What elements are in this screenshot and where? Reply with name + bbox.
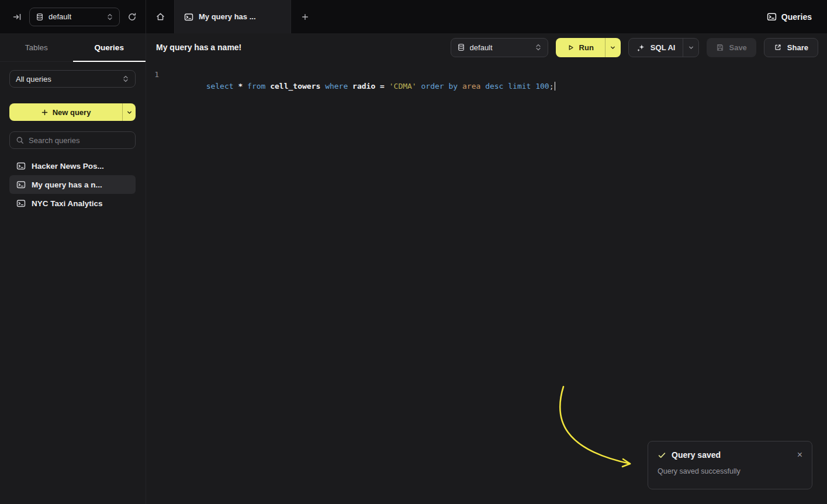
refresh-button[interactable] [126, 11, 139, 23]
chevron-down-icon [688, 44, 694, 51]
toast-title: Query saved [672, 450, 721, 460]
app-root: default [0, 0, 827, 504]
sql-ai-split-button: SQL AI [628, 38, 700, 57]
collapse-sidebar-button[interactable] [11, 11, 23, 23]
topbar: default [0, 0, 827, 33]
search-queries-box [9, 131, 136, 149]
query-tab-label: My query has ... [199, 12, 256, 21]
tab-queries[interactable]: Queries [73, 33, 146, 61]
database-icon [457, 43, 465, 51]
share-button[interactable]: Share [764, 38, 818, 57]
sql-ai-button[interactable]: SQL AI [629, 39, 683, 57]
query-item-label: Hacker News Pos... [32, 162, 104, 171]
toast-close-button[interactable]: × [797, 450, 802, 460]
main-database-selector[interactable]: default [451, 38, 548, 57]
run-button[interactable]: Run [556, 38, 605, 57]
share-button-label: Share [787, 43, 808, 52]
chevron-down-icon [610, 44, 616, 51]
queries-filter-value: All queries [16, 75, 117, 84]
tab-strip: My query has ... [146, 0, 319, 33]
tab-tables-label: Tables [25, 43, 48, 52]
query-list: Hacker News Pos... My query has a n... [0, 157, 146, 213]
save-button-label: Save [729, 43, 746, 52]
new-tab-button[interactable] [291, 0, 319, 33]
query-controls: default Run [451, 38, 818, 57]
plus-icon [41, 109, 49, 116]
tab-tables[interactable]: Tables [0, 33, 73, 61]
query-icon [16, 199, 26, 208]
sparkles-icon [636, 43, 645, 52]
query-icon [767, 12, 777, 22]
toast-header: Query saved × [658, 450, 802, 460]
query-icon [184, 12, 193, 22]
query-icon [16, 161, 26, 171]
code-tokens: select * from cell_towers where radio = … [206, 82, 554, 91]
run-button-label: Run [579, 43, 594, 52]
search-queries-input[interactable] [29, 136, 129, 145]
refresh-icon [127, 12, 137, 22]
code-line[interactable]: select * from cell_towers where radio = … [169, 69, 555, 104]
home-icon [155, 12, 165, 22]
collapse-sidebar-icon [12, 12, 22, 22]
topbar-database-value: default [49, 12, 102, 21]
main-database-value: default [470, 43, 530, 52]
chevron-updown-icon [122, 75, 129, 83]
queries-nav-button[interactable]: Queries [767, 12, 812, 22]
topbar-left: default [0, 0, 146, 33]
save-icon [716, 43, 724, 51]
list-item-selected[interactable]: My query has a n... [9, 175, 136, 194]
search-icon [16, 136, 24, 144]
play-icon [567, 44, 575, 51]
toast-message: Query saved successfully [658, 467, 802, 475]
new-query-label: New query [53, 108, 91, 117]
new-query-button[interactable]: New query [9, 103, 122, 121]
list-item[interactable]: NYC Taxi Analytics [9, 194, 136, 213]
run-split-button: Run [556, 38, 621, 57]
sql-ai-options-button[interactable] [683, 39, 698, 57]
share-icon [774, 43, 782, 51]
sidebar-tabs: Tables Queries [0, 33, 146, 62]
query-icon [16, 180, 26, 189]
queries-filter-select[interactable]: All queries [9, 70, 136, 88]
main-panel: My query has a name! default [146, 33, 827, 504]
database-icon [36, 13, 44, 21]
sql-editor[interactable]: 1 select * from cell_towers where radio … [146, 61, 827, 104]
topbar-database-selector[interactable]: default [29, 8, 120, 26]
home-tab[interactable] [146, 0, 174, 33]
text-cursor [555, 82, 556, 91]
chevron-updown-icon [106, 13, 113, 21]
sidebar: Tables Queries All queries New q [0, 33, 146, 504]
toast-query-saved: Query saved × Query saved successfully [648, 441, 812, 489]
tab-queries-label: Queries [95, 43, 124, 52]
new-query-split-button: New query [9, 103, 136, 121]
chevron-down-icon [126, 109, 133, 116]
list-item[interactable]: Hacker News Pos... [9, 157, 136, 175]
line-number: 1 [146, 69, 159, 104]
chevron-updown-icon [535, 43, 542, 51]
queries-nav-label: Queries [781, 12, 812, 22]
topbar-right: Queries [767, 0, 827, 33]
page-title: My query has a name! [156, 43, 241, 52]
plus-icon [301, 13, 309, 21]
query-header: My query has a name! default [146, 33, 827, 61]
check-icon [658, 451, 666, 460]
new-query-caret-button[interactable] [123, 103, 136, 121]
query-item-label: My query has a n... [32, 180, 102, 189]
query-tab-active[interactable]: My query has ... [174, 0, 291, 33]
query-item-label: NYC Taxi Analytics [32, 199, 103, 208]
sql-ai-label: SQL AI [650, 43, 676, 52]
run-options-button[interactable] [605, 38, 621, 57]
save-button[interactable]: Save [707, 38, 756, 57]
